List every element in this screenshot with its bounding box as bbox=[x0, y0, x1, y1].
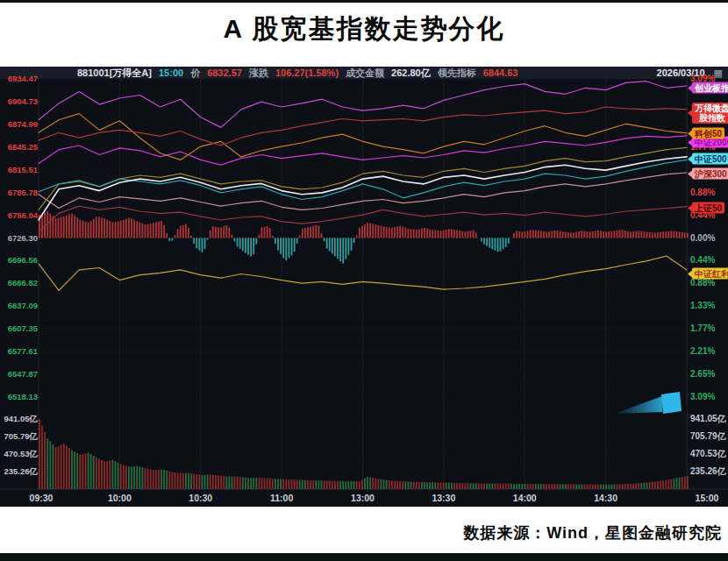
turnover-value: 262.80亿 bbox=[391, 67, 431, 79]
lead-indicator-label: 领先指标 bbox=[438, 67, 476, 79]
left-axis-price-label: 6756.04 bbox=[0, 211, 38, 220]
left-axis-price-label: 6607.35 bbox=[0, 324, 38, 333]
index-chip-万得微盘股指数: 万得微盘股指数 bbox=[692, 103, 728, 124]
index-chip-中证500: 中证500 bbox=[692, 153, 728, 165]
index-chart: 881001[万得全A] 15:00 价 6832.57 涨跌 106.27(1… bbox=[0, 67, 728, 507]
left-axis-price-label: 6874.99 bbox=[0, 120, 38, 129]
right-axis-percent-label: 1.77% bbox=[690, 324, 715, 333]
time-tick: 10:30 bbox=[189, 493, 212, 503]
right-axis-volume-label: 705.79亿 bbox=[690, 432, 726, 441]
volume-bars bbox=[39, 419, 689, 489]
left-axis-price-label: 6547.87 bbox=[0, 370, 38, 379]
chip-arrow-icon bbox=[688, 270, 692, 277]
right-axis-percent-label: 0.88% bbox=[690, 279, 715, 288]
index-code-name: 881001[万得全A] bbox=[77, 67, 152, 79]
index-chip-科创50: 科创50 bbox=[692, 128, 724, 139]
left-axis-price-label: 6845.25 bbox=[0, 143, 38, 152]
index-chip-创业板指: 创业板指 bbox=[692, 82, 728, 94]
left-axis-volume-label: 705.79亿 bbox=[0, 432, 38, 441]
intraday-plot bbox=[0, 67, 728, 507]
data-source-note: 数据来源：Wind，星图金融研究院 bbox=[463, 522, 722, 543]
index-chip-上证50: 上证50 bbox=[692, 202, 724, 214]
chip-arrow-icon bbox=[688, 138, 692, 146]
chip-arrow-icon bbox=[688, 84, 692, 91]
page-title: A 股宽基指数走势分化 bbox=[0, 11, 728, 47]
left-axis-price-label: 6637.09 bbox=[0, 302, 38, 310]
left-axis-price-label: 6518.13 bbox=[0, 393, 38, 401]
bottom-border-strip bbox=[0, 553, 728, 561]
right-axis-volume-label: 941.05亿 bbox=[690, 415, 726, 423]
left-axis-price-label: 6815.51 bbox=[0, 166, 38, 174]
page: A 股宽基指数走势分化 881001[万得全A] 15:00 价 6832.57… bbox=[0, 0, 728, 561]
left-axis-price-label: 6726.30 bbox=[0, 234, 38, 243]
right-axis-percent-label: 1.33% bbox=[690, 302, 715, 310]
left-axis-volume-label: 235.26亿 bbox=[0, 467, 38, 476]
time-tick: 15:00 bbox=[696, 493, 719, 503]
left-axis-price-label: 6696.56 bbox=[0, 256, 38, 265]
turnover-label: 成交金额 bbox=[346, 67, 384, 79]
chart-info-bar: 881001[万得全A] 15:00 价 6832.57 涨跌 106.27(1… bbox=[0, 67, 728, 79]
left-axis-volume-label: 941.05亿 bbox=[0, 415, 38, 423]
change-label: 涨跌 bbox=[249, 67, 268, 79]
right-axis-percent-label: 2.21% bbox=[690, 347, 715, 356]
lead-indicator-value: 6844.63 bbox=[483, 67, 518, 79]
right-axis-volume-label: 235.26亿 bbox=[690, 467, 726, 476]
chip-arrow-icon bbox=[688, 155, 692, 162]
change-value: 106.27(1.58%) bbox=[275, 67, 339, 79]
index-chip-沪深300: 沪深300 bbox=[692, 168, 728, 180]
current-time: 15:00 bbox=[159, 67, 183, 79]
chip-arrow-icon bbox=[688, 204, 692, 211]
left-axis-price-label: 6666.82 bbox=[0, 279, 38, 288]
right-axis-percent-label: 0.88% bbox=[690, 188, 715, 197]
time-tick: 09:30 bbox=[30, 493, 54, 503]
time-tick: 10:00 bbox=[108, 493, 132, 503]
right-axis-percent-label: 0.00% bbox=[690, 234, 715, 243]
left-axis-volume-label: 470.53亿 bbox=[0, 450, 38, 458]
left-axis-price-label: 6904.73 bbox=[0, 97, 38, 106]
comet-head-watermark bbox=[661, 392, 682, 414]
comet-trail-watermark bbox=[614, 396, 662, 414]
time-tick: 14:30 bbox=[594, 493, 617, 503]
time-tick: 13:00 bbox=[351, 493, 375, 503]
time-tick: 11:00 bbox=[270, 493, 293, 503]
top-border-strip bbox=[0, 0, 728, 3]
chip-arrow-icon bbox=[688, 170, 692, 177]
left-axis-price-label: 6577.61 bbox=[0, 347, 38, 356]
left-axis-price-label: 6785.78 bbox=[0, 188, 38, 197]
chip-arrow-icon bbox=[688, 110, 692, 117]
index-chip-中证红利: 中证红利 bbox=[692, 268, 728, 280]
time-tick: 13:30 bbox=[432, 493, 455, 503]
price-label: 价 bbox=[190, 67, 200, 79]
chip-arrow-icon bbox=[688, 130, 692, 137]
right-axis-percent-label: 0.44% bbox=[690, 256, 715, 265]
lead-histogram-bars bbox=[39, 211, 689, 264]
price-value: 6832.57 bbox=[207, 67, 242, 79]
left-axis-price-label: 6934.47 bbox=[0, 75, 38, 83]
time-tick: 14:00 bbox=[513, 493, 537, 503]
right-axis-percent-label: 2.65% bbox=[690, 370, 715, 379]
right-axis-volume-label: 470.53亿 bbox=[690, 450, 726, 458]
right-axis-percent-label: 3.09% bbox=[690, 393, 715, 401]
